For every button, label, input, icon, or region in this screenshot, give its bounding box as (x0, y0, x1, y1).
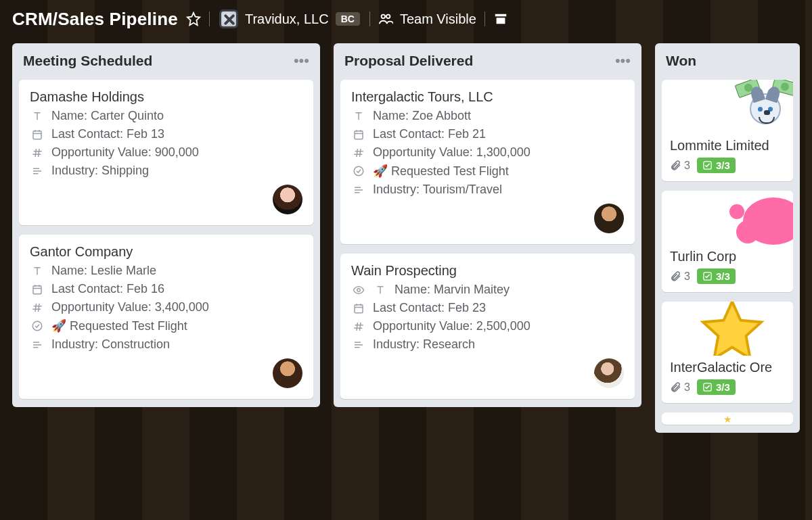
field-last-contact: Last Contact: Feb 13 (30, 127, 302, 141)
list-won: Won Lommite Limited 3 3/3 (655, 43, 800, 433)
card-title: Wain Prospecting (351, 263, 624, 279)
field-industry: Industry: Construction (30, 337, 302, 352)
card[interactable]: Wain Prospecting Name: Marvin Maitey Las… (340, 254, 635, 399)
card-peek[interactable]: ★ (662, 412, 793, 425)
avatar[interactable] (273, 185, 302, 214)
list-menu-icon[interactable]: ••• (294, 58, 309, 64)
field-last-contact: Last Contact: Feb 16 (30, 282, 302, 296)
attachments-badge: 3 (670, 270, 690, 283)
lines-icon (30, 339, 45, 351)
divider (484, 11, 485, 26)
hash-icon (351, 321, 366, 333)
field-industry: Industry: Shipping (30, 164, 302, 178)
hash-icon (351, 147, 366, 159)
attachments-badge: 3 (670, 160, 690, 172)
calendar-icon (351, 128, 366, 141)
board-title[interactable]: CRM/Sales Pipeline (12, 9, 178, 30)
list-menu-icon[interactable]: ••• (615, 58, 631, 64)
list-title[interactable]: Meeting Scheduled (23, 53, 152, 69)
field-opportunity-value: Opportunity Value: 1,300,000 (351, 145, 624, 160)
text-icon (373, 284, 388, 296)
lines-icon (351, 339, 366, 351)
field-opportunity-value: Opportunity Value: 2,500,000 (351, 319, 624, 333)
lines-icon (351, 184, 366, 196)
avatar[interactable] (594, 358, 624, 388)
hash-icon (30, 147, 45, 159)
card-title: Lommite Limited (670, 138, 785, 153)
text-icon (30, 110, 45, 122)
field-opportunity-value: Opportunity Value: 900,000 (30, 145, 302, 160)
card[interactable]: Turlin Corp 3 3/3 (662, 191, 793, 292)
field-requested-test-flight: 🚀 Requested Test Flight (351, 164, 624, 179)
sticker-splat-icon (662, 191, 793, 245)
visibility-label: Team Visible (400, 12, 476, 26)
checklist-badge: 3/3 (697, 379, 736, 395)
archive-icon[interactable] (493, 11, 508, 26)
org-logo-icon (219, 9, 238, 28)
field-requested-test-flight: 🚀 Requested Test Flight (30, 318, 302, 333)
list-proposal-delivered: Proposal Delivered ••• Intergalactic Tou… (334, 43, 641, 407)
card-title: Intergalactic Tours, LLC (351, 89, 624, 105)
avatar[interactable] (273, 358, 302, 388)
hash-icon (30, 302, 45, 314)
org-badge[interactable]: Travidux, LLC BC (218, 8, 361, 30)
visibility-button[interactable]: Team Visible (378, 11, 476, 26)
card[interactable]: Lommite Limited 3 3/3 (662, 80, 793, 181)
card[interactable]: Intergalactic Tours, LLC Name: Zoe Abbot… (340, 80, 635, 244)
divider (209, 11, 210, 26)
card[interactable]: InterGalactic Ore 3 3/3 (662, 302, 793, 403)
field-last-contact: Last Contact: Feb 21 (351, 127, 624, 141)
card-title: Turlin Corp (670, 249, 785, 264)
calendar-icon (30, 128, 45, 141)
calendar-icon (351, 302, 366, 314)
avatar[interactable] (594, 204, 624, 233)
attachments-badge: 3 (670, 381, 690, 394)
eye-icon (351, 284, 366, 296)
people-icon (378, 11, 393, 26)
list-title[interactable]: Proposal Delivered (344, 53, 473, 69)
lines-icon (30, 165, 45, 177)
sticker-star-icon: ★ (670, 414, 785, 425)
field-last-contact: Last Contact: Feb 23 (351, 301, 624, 315)
card-title: InterGalactic Ore (670, 360, 785, 375)
board-header: CRM/Sales Pipeline Travidux, LLC BC Team… (0, 0, 812, 39)
field-industry: Industry: Tourism/Travel (351, 183, 624, 197)
text-icon (30, 265, 45, 277)
board: Meeting Scheduled ••• Damashe Holdings N… (0, 39, 812, 445)
field-opportunity-value: Opportunity Value: 3,400,000 (30, 300, 302, 314)
divider (369, 11, 370, 26)
card-title: Damashe Holdings (30, 89, 302, 105)
field-name: Name: Marvin Maitey (351, 283, 624, 297)
text-icon (351, 110, 366, 122)
calendar-icon (30, 283, 45, 296)
checklist-badge: 3/3 (697, 268, 736, 284)
org-tag: BC (336, 12, 360, 26)
checklist-badge: 3/3 (697, 158, 736, 173)
field-industry: Industry: Research (351, 337, 624, 352)
check-icon (30, 320, 45, 332)
card-title: Gantor Company (30, 244, 302, 260)
sticker-star-icon (662, 302, 793, 356)
star-icon[interactable] (186, 11, 201, 26)
list-meeting-scheduled: Meeting Scheduled ••• Damashe Holdings N… (12, 43, 320, 407)
field-name: Name: Leslie Marle (30, 264, 302, 278)
card[interactable]: Damashe Holdings Name: Carter Quinto Las… (19, 80, 313, 225)
org-name: Travidux, LLC (245, 11, 329, 27)
field-name: Name: Carter Quinto (30, 109, 302, 123)
sticker-husky-icon (662, 80, 793, 134)
check-icon (351, 165, 366, 177)
list-title[interactable]: Won (666, 53, 696, 69)
field-name: Name: Zoe Abbott (351, 109, 624, 123)
card[interactable]: Gantor Company Name: Leslie Marle Last C… (19, 235, 313, 399)
